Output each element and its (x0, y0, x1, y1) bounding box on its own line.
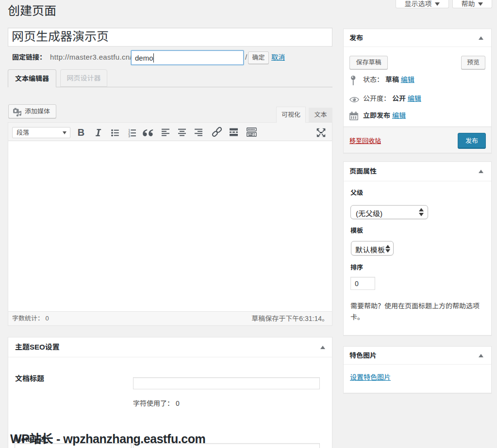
svg-text:3: 3 (128, 134, 130, 137)
